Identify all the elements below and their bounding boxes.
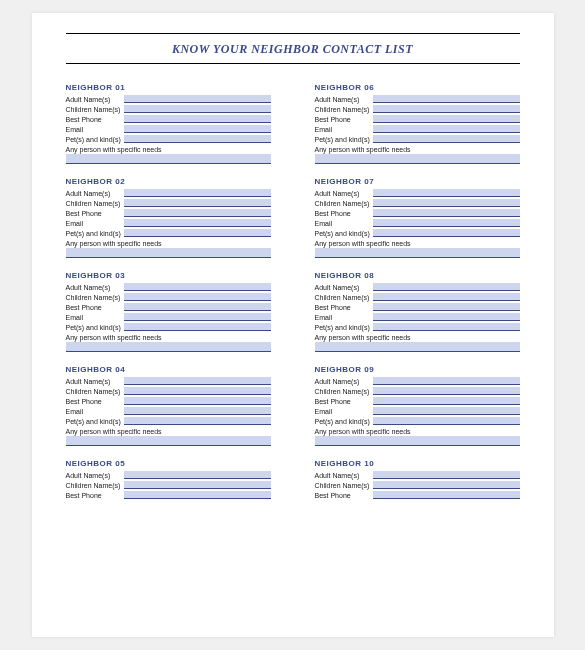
field-label: Email — [66, 408, 124, 415]
input-line — [124, 189, 271, 197]
input-line — [373, 481, 520, 489]
field-row: Pet(s) and kind(s) — [66, 134, 271, 144]
neighbor-block: NEIGHBOR 09Adult Name(s)Children Name(s)… — [315, 362, 520, 446]
field-row: Email — [315, 312, 520, 322]
field-label: Email — [66, 220, 124, 227]
field-row: Pet(s) and kind(s) — [315, 228, 520, 238]
input-line — [124, 417, 271, 425]
input-line — [124, 481, 271, 489]
needs-box — [315, 342, 520, 352]
field-row: Adult Name(s) — [315, 470, 520, 480]
field-label: Best Phone — [315, 210, 373, 217]
field-row: Children Name(s) — [315, 292, 520, 302]
neighbor-header: NEIGHBOR 08 — [315, 268, 520, 282]
field-label: Best Phone — [315, 398, 373, 405]
field-row: Adult Name(s) — [66, 282, 271, 292]
input-line — [124, 135, 271, 143]
field-row: Pet(s) and kind(s) — [66, 416, 271, 426]
title-bar: KNOW YOUR NEIGHBOR CONTACT LIST — [66, 33, 520, 64]
field-label: Pet(s) and kind(s) — [315, 230, 373, 237]
columns: NEIGHBOR 01Adult Name(s)Children Name(s)… — [66, 80, 520, 510]
page-title: KNOW YOUR NEIGHBOR CONTACT LIST — [66, 42, 520, 57]
input-line — [124, 209, 271, 217]
neighbor-block: NEIGHBOR 02Adult Name(s)Children Name(s)… — [66, 174, 271, 258]
field-label: Children Name(s) — [315, 294, 373, 301]
neighbor-block: NEIGHBOR 01Adult Name(s)Children Name(s)… — [66, 80, 271, 164]
neighbor-block: NEIGHBOR 06Adult Name(s)Children Name(s)… — [315, 80, 520, 164]
input-line — [124, 293, 271, 301]
input-line — [124, 397, 271, 405]
field-label: Children Name(s) — [66, 482, 124, 489]
field-label: Children Name(s) — [66, 388, 124, 395]
field-row: Best Phone — [66, 396, 271, 406]
field-row: Pet(s) and kind(s) — [315, 416, 520, 426]
field-row: Children Name(s) — [66, 104, 271, 114]
field-label: Children Name(s) — [66, 294, 124, 301]
neighbor-block: NEIGHBOR 07Adult Name(s)Children Name(s)… — [315, 174, 520, 258]
field-row: Adult Name(s) — [66, 94, 271, 104]
neighbor-block: NEIGHBOR 08Adult Name(s)Children Name(s)… — [315, 268, 520, 352]
field-row: Adult Name(s) — [66, 376, 271, 386]
field-row: Best Phone — [315, 396, 520, 406]
field-row: Children Name(s) — [315, 198, 520, 208]
input-line — [373, 229, 520, 237]
input-line — [373, 283, 520, 291]
field-row: Best Phone — [66, 490, 271, 500]
needs-label: Any person with specific needs — [315, 426, 520, 436]
field-row: Children Name(s) — [66, 386, 271, 396]
field-label: Pet(s) and kind(s) — [66, 418, 124, 425]
input-line — [373, 95, 520, 103]
needs-label: Any person with specific needs — [315, 238, 520, 248]
field-row: Pet(s) and kind(s) — [315, 134, 520, 144]
neighbor-header: NEIGHBOR 03 — [66, 268, 271, 282]
field-row: Adult Name(s) — [66, 470, 271, 480]
input-line — [124, 105, 271, 113]
field-row: Email — [315, 406, 520, 416]
field-label: Pet(s) and kind(s) — [66, 230, 124, 237]
field-label: Adult Name(s) — [66, 284, 124, 291]
field-label: Adult Name(s) — [66, 190, 124, 197]
neighbor-header: NEIGHBOR 01 — [66, 80, 271, 94]
field-label: Pet(s) and kind(s) — [315, 418, 373, 425]
field-row: Adult Name(s) — [315, 376, 520, 386]
input-line — [124, 491, 271, 499]
field-label: Children Name(s) — [66, 200, 124, 207]
field-row: Children Name(s) — [315, 480, 520, 490]
field-label: Adult Name(s) — [315, 472, 373, 479]
field-label: Pet(s) and kind(s) — [315, 136, 373, 143]
neighbor-header: NEIGHBOR 07 — [315, 174, 520, 188]
field-label: Email — [315, 408, 373, 415]
needs-box — [315, 436, 520, 446]
input-line — [373, 407, 520, 415]
field-row: Children Name(s) — [66, 292, 271, 302]
field-row: Best Phone — [66, 208, 271, 218]
field-row: Email — [315, 218, 520, 228]
column-left: NEIGHBOR 01Adult Name(s)Children Name(s)… — [66, 80, 271, 510]
field-label: Email — [315, 126, 373, 133]
input-line — [373, 115, 520, 123]
input-line — [373, 293, 520, 301]
input-line — [373, 313, 520, 321]
input-line — [124, 199, 271, 207]
field-row: Children Name(s) — [315, 386, 520, 396]
neighbor-header: NEIGHBOR 05 — [66, 456, 271, 470]
field-label: Email — [66, 126, 124, 133]
needs-box — [66, 436, 271, 446]
neighbor-block: NEIGHBOR 10Adult Name(s)Children Name(s)… — [315, 456, 520, 500]
input-line — [373, 377, 520, 385]
field-label: Pet(s) and kind(s) — [315, 324, 373, 331]
field-label: Adult Name(s) — [66, 472, 124, 479]
input-line — [373, 303, 520, 311]
field-row: Best Phone — [315, 114, 520, 124]
input-line — [124, 323, 271, 331]
field-row: Best Phone — [315, 208, 520, 218]
field-label: Email — [315, 314, 373, 321]
field-label: Best Phone — [315, 116, 373, 123]
needs-box — [66, 342, 271, 352]
field-label: Email — [315, 220, 373, 227]
field-row: Email — [66, 218, 271, 228]
field-row: Email — [66, 124, 271, 134]
input-line — [124, 387, 271, 395]
field-label: Adult Name(s) — [315, 96, 373, 103]
needs-box — [315, 248, 520, 258]
